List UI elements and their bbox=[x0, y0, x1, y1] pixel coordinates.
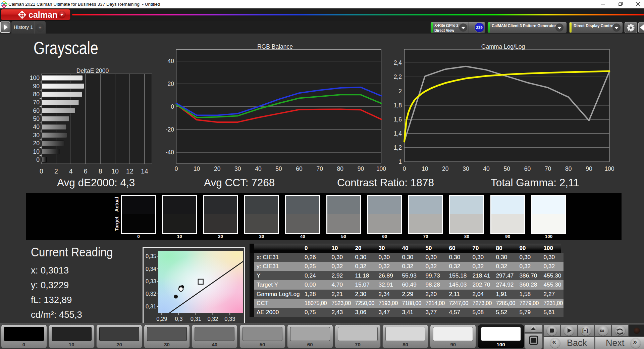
svg-text:0: 0 bbox=[40, 167, 43, 175]
svg-text:90: 90 bbox=[358, 165, 364, 172]
svg-text:0,33: 0,33 bbox=[146, 278, 156, 284]
svg-text:0: 0 bbox=[175, 165, 178, 172]
svg-text:10: 10 bbox=[33, 148, 40, 155]
svg-text:50: 50 bbox=[275, 165, 282, 172]
svg-text:20: 20 bbox=[214, 165, 221, 172]
svg-text:20: 20 bbox=[168, 81, 174, 87]
svg-text:60: 60 bbox=[33, 107, 40, 114]
svg-text:6: 6 bbox=[84, 167, 88, 175]
svg-text:70: 70 bbox=[316, 165, 323, 172]
svg-text:-20: -20 bbox=[166, 126, 174, 133]
svg-text:2,2: 2,2 bbox=[394, 73, 402, 80]
svg-text:1,6: 1,6 bbox=[394, 116, 402, 123]
svg-text:40: 40 bbox=[33, 123, 40, 130]
svg-text:0,29: 0,29 bbox=[156, 316, 167, 322]
svg-text:0,33: 0,33 bbox=[224, 316, 235, 322]
svg-text:0: 0 bbox=[403, 165, 406, 172]
svg-text:0,31: 0,31 bbox=[146, 303, 156, 309]
svg-text:70: 70 bbox=[33, 99, 40, 106]
svg-text:70: 70 bbox=[545, 165, 551, 172]
svg-text:0,32: 0,32 bbox=[207, 316, 218, 322]
svg-text:14: 14 bbox=[141, 167, 148, 175]
svg-text:4: 4 bbox=[69, 167, 73, 175]
svg-text:10: 10 bbox=[194, 165, 200, 172]
svg-text:10: 10 bbox=[422, 165, 428, 172]
svg-text:0,34: 0,34 bbox=[146, 266, 156, 272]
svg-text:8: 8 bbox=[99, 167, 102, 175]
svg-text:2: 2 bbox=[54, 167, 58, 175]
svg-text:80: 80 bbox=[565, 165, 572, 172]
svg-text:20: 20 bbox=[442, 165, 449, 172]
svg-text:0: 0 bbox=[36, 156, 40, 163]
svg-text:0: 0 bbox=[171, 103, 174, 110]
svg-text:50: 50 bbox=[33, 115, 40, 122]
svg-text:80: 80 bbox=[337, 165, 344, 172]
svg-text:10: 10 bbox=[111, 167, 119, 175]
svg-text:40: 40 bbox=[168, 58, 174, 64]
svg-text:1,4: 1,4 bbox=[394, 130, 402, 137]
svg-text:80: 80 bbox=[33, 91, 40, 98]
svg-text:60: 60 bbox=[524, 165, 531, 172]
svg-text:30: 30 bbox=[463, 165, 469, 172]
svg-text:60: 60 bbox=[296, 165, 303, 172]
svg-text:40: 40 bbox=[483, 165, 490, 172]
svg-text:1: 1 bbox=[398, 158, 402, 165]
svg-text:90: 90 bbox=[33, 83, 40, 90]
svg-text:100: 100 bbox=[604, 165, 614, 172]
svg-text:30: 30 bbox=[234, 165, 241, 172]
svg-text:20: 20 bbox=[33, 140, 40, 147]
svg-text:90: 90 bbox=[586, 165, 592, 172]
svg-text:0,3: 0,3 bbox=[175, 316, 183, 322]
svg-text:12: 12 bbox=[126, 167, 133, 175]
svg-text:0,35: 0,35 bbox=[146, 253, 156, 259]
svg-text:-40: -40 bbox=[166, 149, 174, 156]
svg-text:2: 2 bbox=[398, 88, 402, 95]
svg-text:50: 50 bbox=[503, 165, 510, 172]
svg-text:100: 100 bbox=[30, 74, 40, 81]
svg-text:1,8: 1,8 bbox=[394, 102, 402, 109]
svg-text:40: 40 bbox=[255, 165, 262, 172]
svg-text:2,4: 2,4 bbox=[394, 59, 402, 66]
svg-text:100: 100 bbox=[376, 165, 386, 172]
svg-text:0,32: 0,32 bbox=[146, 291, 156, 297]
svg-text:30: 30 bbox=[33, 132, 40, 139]
svg-text:0,31: 0,31 bbox=[191, 316, 201, 322]
svg-text:1,2: 1,2 bbox=[394, 144, 402, 151]
